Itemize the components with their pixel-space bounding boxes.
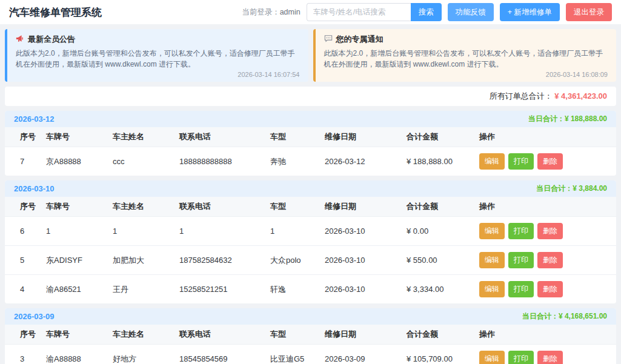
search-button[interactable]: 搜索 [411,3,442,21]
cell-model: 1 [265,217,320,246]
cell-amount: ¥ 550.00 [402,246,474,275]
col-owner: 车主姓名 [108,197,174,217]
print-button[interactable]: 打印 [508,252,534,268]
cell-date: 2026-03-10 [320,217,402,246]
col-seq: 序号 [5,325,41,345]
col-owner: 车主姓名 [108,325,174,345]
personal-notice: 您的专属通知 此版本为2.0，新增后台账号管理和公告发布，可以私发个人账号，适合… [313,29,617,82]
date-bar: 2026-03-09 当日合计：¥ 4,168,651.00 [5,308,616,325]
announcement-notice: 最新全员公告 此版本为2.0，新增后台账号管理和公告发布，可以私发个人账号，适合… [5,29,308,82]
page-title: 汽车维修单管理系统 [9,5,102,19]
col-seq: 序号 [5,197,41,217]
date-bar: 2026-03-10 当日合计：¥ 3,884.00 [5,180,616,197]
edit-button[interactable]: 编辑 [479,252,505,268]
cell-date: 2026-03-09 [320,345,402,364]
table-row: 5 东ADISYF 加肥加大 187582584632 大众polo 2026-… [5,246,616,275]
section-date: 2026-03-09 [14,312,55,321]
cell-owner: 1 [108,217,174,246]
cell-owner: 加肥加大 [108,246,174,275]
col-plate: 车牌号 [41,127,108,147]
cell-phone: 1 [174,217,265,246]
col-date: 维修日期 [320,197,402,217]
delete-button[interactable]: 删除 [537,252,563,268]
daily-total-amount: ¥ 188,888.00 [565,114,607,123]
current-login: 当前登录：admin [242,7,301,18]
table-row: 7 京A88888 ccc 188888888888 奔驰 2026-03-12… [5,147,616,176]
col-model: 车型 [265,127,320,147]
table-header-row: 序号 车牌号 车主姓名 联系电话 车型 维修日期 合计金额 操作 [5,197,616,217]
personal-notice-title: 您的专属通知 [336,34,384,45]
delete-button[interactable]: 删除 [537,153,563,170]
print-button[interactable]: 打印 [508,153,534,170]
orders-table: 序号 车牌号 车主姓名 联系电话 车型 维修日期 合计金额 操作 7 京A888… [5,127,616,176]
print-button[interactable]: 打印 [508,281,534,297]
cell-plate: 京A88888 [41,147,108,176]
orders-table: 序号 车牌号 车主姓名 联系电话 车型 维修日期 合计金额 操作 3 渝A888… [5,325,616,364]
cell-model: 奔驰 [265,147,320,176]
delete-button[interactable]: 删除 [537,351,563,364]
print-button[interactable]: 打印 [508,223,534,239]
col-date: 维修日期 [320,325,402,345]
personal-notice-header: 您的专属通知 [324,34,608,45]
cell-seq: 5 [5,246,41,275]
day-section-2026-03-10: 2026-03-10 当日合计：¥ 3,884.00 序号 车牌号 车主姓名 联… [5,180,616,303]
col-phone: 联系电话 [174,127,265,147]
cell-model: 比亚迪G5 [265,345,320,364]
cell-model: 轩逸 [265,275,320,304]
table-header-row: 序号 车牌号 车主姓名 联系电话 车型 维修日期 合计金额 操作 [5,127,616,147]
table-row: 6 1 1 1 1 2026-03-10 ¥ 0.00 编辑打印删除 [5,217,616,246]
cell-phone: 15258521251 [174,275,265,304]
search-input[interactable] [307,3,411,21]
megaphone-icon [16,35,24,44]
cell-date: 2026-03-12 [320,147,402,176]
edit-button[interactable]: 编辑 [479,153,505,170]
daily-total-amount: ¥ 4,168,651.00 [559,312,607,320]
edit-button[interactable]: 编辑 [479,281,505,297]
comment-icon [324,35,333,44]
cell-owner: 王丹 [108,275,174,304]
col-amount: 合计金额 [402,127,474,147]
table-row: 3 渝A88888 好地方 18545854569 比亚迪G5 2026-03-… [5,345,616,364]
cell-phone: 187582584632 [174,246,265,275]
col-plate: 车牌号 [41,197,108,217]
announcement-title: 最新全员公告 [28,34,75,45]
day-section-2026-03-12: 2026-03-12 当日合计：¥ 188,888.00 序号 车牌号 车主姓名… [5,111,616,176]
grand-total-amount: ¥ 4,361,423.00 [554,91,607,101]
date-bar: 2026-03-12 当日合计：¥ 188,888.00 [5,111,616,127]
announcement-header: 最新全员公告 [16,34,300,45]
cell-phone: 188888888888 [174,147,265,176]
grand-total-label: 所有订单总合计： [490,91,553,101]
print-button[interactable]: 打印 [508,351,534,364]
login-user: admin [280,8,301,16]
col-date: 维修日期 [320,127,402,147]
cell-plate: 1 [41,217,108,246]
cell-amount: ¥ 0.00 [402,217,474,246]
col-phone: 联系电话 [174,197,265,217]
add-repair-order-button[interactable]: + 新增维修单 [500,3,560,21]
cell-date: 2026-03-10 [320,275,402,304]
edit-button[interactable]: 编辑 [479,223,505,239]
cell-model: 大众polo [265,246,320,275]
delete-button[interactable]: 删除 [537,281,563,297]
edit-button[interactable]: 编辑 [479,351,505,364]
cell-seq: 6 [5,217,41,246]
cell-date: 2026-03-10 [320,246,402,275]
delete-button[interactable]: 删除 [537,223,563,239]
section-date: 2026-03-12 [14,114,55,124]
cell-plate: 渝A86521 [41,275,108,304]
section-date: 2026-03-10 [14,184,55,193]
feedback-button[interactable]: 功能反馈 [448,3,494,21]
cell-amount: ¥ 188,888.00 [402,147,474,176]
logout-button[interactable]: 退出登录 [566,3,612,21]
cell-actions: 编辑打印删除 [474,217,616,246]
personal-notice-body: 此版本为2.0，新增后台账号管理和公告发布，可以私发个人账号，适合修理厂员工带手… [324,48,608,70]
login-label: 当前登录： [242,8,280,16]
table-header-row: 序号 车牌号 车主姓名 联系电话 车型 维修日期 合计金额 操作 [5,325,616,345]
grand-total-bar: 所有订单总合计： ¥ 4,361,423.00 [5,87,616,106]
day-section-2026-03-09: 2026-03-09 当日合计：¥ 4,168,651.00 序号 车牌号 车主… [5,308,616,364]
cell-seq: 7 [5,147,41,176]
col-model: 车型 [265,325,320,345]
daily-total-label: 当日合计： [528,114,565,123]
daily-total-amount: ¥ 3,884.00 [573,184,607,193]
cell-actions: 编辑打印删除 [474,246,616,275]
